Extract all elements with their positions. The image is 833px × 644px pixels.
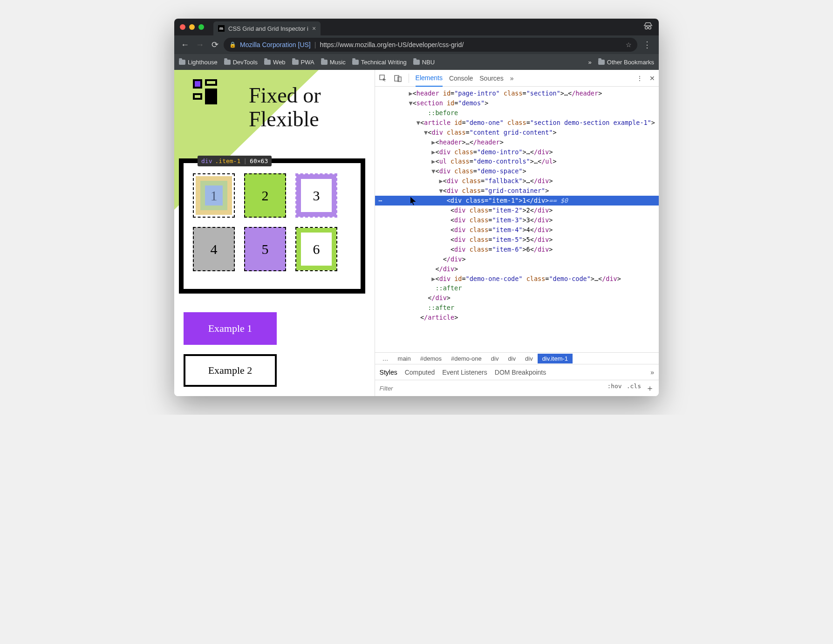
tabs-overflow-icon[interactable]: » <box>510 75 514 82</box>
crumb[interactable]: div <box>520 354 538 363</box>
dom-line[interactable]: <div class="item-3">3</div> <box>375 215 659 225</box>
devtools-menu-icon[interactable]: ⋮ <box>636 75 643 82</box>
tab-computed[interactable]: Computed <box>405 369 435 376</box>
folder-icon <box>352 60 359 65</box>
devtools-close-icon[interactable]: ✕ <box>649 75 655 82</box>
grid-item-label: 3 <box>313 188 320 204</box>
folder-icon <box>321 60 328 65</box>
tab-event-listeners[interactable]: Event Listeners <box>442 369 487 376</box>
forward-button[interactable]: → <box>194 40 206 50</box>
bookmark-music[interactable]: Music <box>321 59 346 66</box>
dom-line[interactable]: </div> <box>375 293 659 303</box>
dom-line[interactable]: </div> <box>375 254 659 264</box>
tab-styles[interactable]: Styles <box>380 369 397 376</box>
dom-line[interactable]: <div class="item-4">4</div> <box>375 225 659 235</box>
dom-line[interactable]: ▶<header>…</header> <box>375 137 659 147</box>
bookmark-star-icon[interactable]: ☆ <box>626 41 632 48</box>
inspect-icon[interactable] <box>379 74 387 82</box>
grid-item-2[interactable]: 2 <box>244 173 286 218</box>
bookmark-label: PWA <box>301 59 314 66</box>
maximize-window-button[interactable] <box>198 24 204 30</box>
dom-line[interactable]: ▶<div class="demo-intro">…</div> <box>375 147 659 157</box>
minimize-window-button[interactable] <box>189 24 195 30</box>
crumb-selected[interactable]: div.item-1 <box>538 354 573 363</box>
close-tab-icon[interactable]: × <box>312 25 316 32</box>
dom-line[interactable]: ▼<div class="grid-container"> <box>375 186 659 196</box>
dom-line[interactable]: </article> <box>375 313 659 322</box>
dom-line[interactable]: <div class="item-2">2</div> <box>375 206 659 215</box>
dom-line-selected[interactable]: ⋯ <div class="item-1">1</div> == $0 <box>375 196 659 206</box>
grid-item-label: 5 <box>262 241 269 257</box>
crumb[interactable]: #demos <box>416 354 446 363</box>
grid-demo: 1 2 3 4 5 6 <box>184 163 361 281</box>
device-toggle-icon[interactable] <box>394 74 402 82</box>
bookmarks-overflow-icon[interactable]: » <box>588 59 592 66</box>
dom-line[interactable]: ▶<div class="fallback">…</div> <box>375 176 659 186</box>
new-style-rule-icon[interactable]: ＋ <box>646 383 654 394</box>
browser-menu-button[interactable]: ⋮ <box>640 40 654 50</box>
bookmark-technical-writing[interactable]: Technical Writing <box>352 59 407 66</box>
crumb[interactable]: div <box>503 354 520 363</box>
svg-point-1 <box>649 27 651 29</box>
dom-line[interactable]: </div> <box>375 264 659 274</box>
dom-line[interactable]: ▼<div class="content grid-content"> <box>375 128 659 137</box>
dom-line[interactable]: ▼<section id="demos"> <box>375 98 659 108</box>
grid-item-1[interactable]: 1 <box>193 173 235 218</box>
dom-line[interactable]: ::after <box>375 303 659 313</box>
tab-favicon: m <box>218 25 225 32</box>
grid-item-5[interactable]: 5 <box>244 227 286 271</box>
address-bar[interactable]: 🔒 Mozilla Corporation [US] | https://www… <box>224 38 637 52</box>
browser-toolbar: ← → ⟳ 🔒 Mozilla Corporation [US] | https… <box>174 35 659 54</box>
dom-line[interactable]: ::before <box>375 108 659 118</box>
tab-sources[interactable]: Sources <box>479 75 503 82</box>
grid-item-4[interactable]: 4 <box>193 227 235 271</box>
dom-line[interactable]: ▼<div class="demo-space"> <box>375 166 659 176</box>
dom-line[interactable]: ::after <box>375 283 659 293</box>
folder-icon <box>264 60 271 65</box>
bookmark-pwa[interactable]: PWA <box>292 59 314 66</box>
dom-line[interactable]: <div class="item-5">5</div> <box>375 235 659 245</box>
bookmark-nbu[interactable]: NBU <box>413 59 435 66</box>
close-window-button[interactable] <box>180 24 185 30</box>
tab-console[interactable]: Console <box>449 75 473 82</box>
tab-title: CSS Grid and Grid Inspector i <box>228 25 308 32</box>
browser-tab[interactable]: m CSS Grid and Grid Inspector i × <box>213 21 321 35</box>
element-tooltip: div.item-1 | 60×63 <box>198 156 272 166</box>
cls-toggle[interactable]: .cls <box>627 383 641 394</box>
crumb[interactable]: main <box>393 354 416 363</box>
grid-item-3[interactable]: 3 <box>295 173 337 218</box>
dom-tree[interactable]: ▶<header id="page-intro" class="section"… <box>375 87 659 352</box>
example-1-button[interactable]: Example 1 <box>184 312 277 345</box>
bookmark-other[interactable]: Other Bookmarks <box>598 59 654 66</box>
bookmarks-bar: Lighthouse DevTools Web PWA Music Techni… <box>174 54 659 70</box>
page-title: Fixed orFlexible <box>249 84 321 131</box>
address-url: https://www.mozilla.org/en-US/developer/… <box>320 41 464 48</box>
crumb[interactable]: div <box>486 354 504 363</box>
styles-filter-input[interactable] <box>380 385 603 392</box>
page-logo <box>193 79 221 107</box>
dom-line[interactable]: ▶<ul class="demo-controls">…</ul> <box>375 157 659 166</box>
dom-line[interactable]: ▼<article id="demo-one" class="section d… <box>375 118 659 128</box>
back-button[interactable]: ← <box>179 40 191 50</box>
crumb[interactable]: … <box>378 354 393 363</box>
styles-overflow-icon[interactable]: » <box>650 369 654 376</box>
tab-dom-breakpoints[interactable]: DOM Breakpoints <box>495 369 546 376</box>
dom-line[interactable]: ▶<div id="demo-one-code" class="demo-cod… <box>375 274 659 284</box>
reload-button[interactable]: ⟳ <box>209 40 221 50</box>
dom-line[interactable]: ▶<header id="page-intro" class="section"… <box>375 89 659 98</box>
incognito-icon <box>643 21 653 33</box>
grid-item-6[interactable]: 6 <box>295 227 337 271</box>
bookmark-devtools[interactable]: DevTools <box>224 59 258 66</box>
crumb[interactable]: #demo-one <box>446 354 486 363</box>
bookmark-web[interactable]: Web <box>264 59 286 66</box>
grid-item-label: 4 <box>211 241 218 257</box>
hov-toggle[interactable]: :hov <box>607 383 621 394</box>
folder-icon <box>598 60 605 65</box>
example-2-button[interactable]: Example 2 <box>184 354 277 387</box>
bookmark-lighthouse[interactable]: Lighthouse <box>179 59 218 66</box>
window-titlebar: m CSS Grid and Grid Inspector i × <box>174 19 659 35</box>
bookmark-label: Lighthouse <box>188 59 218 66</box>
lock-icon: 🔒 <box>229 41 236 48</box>
dom-line[interactable]: <div class="item-6">6</div> <box>375 245 659 254</box>
tab-elements[interactable]: Elements <box>416 70 443 87</box>
